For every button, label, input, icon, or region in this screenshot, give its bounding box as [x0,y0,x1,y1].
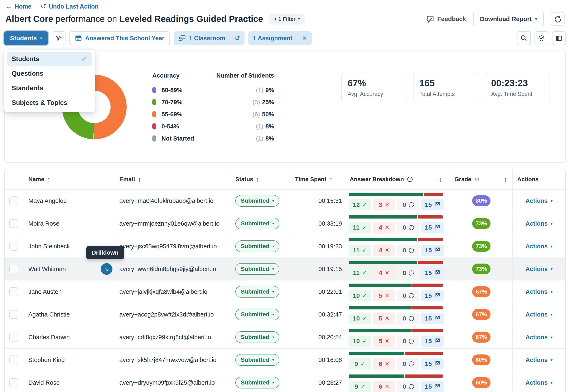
unanswered-count: 0 [403,224,406,231]
time-spent-value: 00:22:01 [318,288,342,295]
row-checkbox[interactable] [9,287,18,296]
answer-bar [349,306,443,309]
correct-count-pill: 11✓ [349,267,371,279]
row-checkbox[interactable] [9,333,18,342]
row-checkbox[interactable] [9,310,18,319]
view-selector-button[interactable]: Students ▾ [4,31,48,45]
drilldown-button[interactable]: ↘ [101,263,113,275]
student-email: avery+jalvjkjxqfa8wlb4@albert.io [119,288,207,295]
table-row[interactable]: Charles Darwin avery+cdf8qxz99kfrg8cf@al… [5,326,565,349]
actions-button[interactable]: Actions ▾ [526,220,553,227]
status-badge[interactable]: Submitted ▾ [235,218,279,229]
extra-filter-badge[interactable]: + 1 Filter ▾ [269,14,305,25]
status-badge[interactable]: Submitted ▾ [235,286,279,297]
actions-button[interactable]: Actions ▾ [526,266,553,273]
answer-pills: 11✓ 4✕ 0 15 [349,267,444,279]
view-selector-menu-item[interactable]: Subjects & Topics [7,96,92,110]
drilldown-arrow-icon: ↘ [104,266,109,273]
table-row[interactable]: Stephen King avery+sk5h7j847hrwxvow@albe… [5,349,565,371]
sort-desc-icon: ↓ [439,176,442,183]
status-badge[interactable]: Submitted ▾ [235,263,279,275]
table-row[interactable]: Walt Whitman ↘ avery+wwn6idm8phgs9jiy@al… [5,258,565,280]
x-icon: ✕ [385,270,389,276]
columns-button[interactable] [552,31,566,45]
row-checkbox[interactable] [9,355,18,364]
actions-button[interactable]: Actions ▾ [526,334,553,341]
actions-label: Actions [526,197,548,204]
actions-button[interactable]: Actions ▾ [526,243,553,250]
name-column-header[interactable]: Name ↑ [23,169,115,189]
checkbox-cell [5,280,23,303]
unanswered-icon [409,361,414,366]
view-selector-menu-item[interactable]: Questions [7,67,92,81]
actions-label: Actions [526,288,548,295]
incorrect-count-pill: 5✕ [373,290,395,301]
table-row[interactable]: David Rose avery+dryuym09fpxk9f25@albert… [5,371,565,392]
x-icon: ✕ [385,315,389,322]
status-badge[interactable]: Submitted ▾ [235,308,279,320]
checkbox-cell [5,303,23,326]
row-checkbox[interactable] [9,196,18,205]
filter-funnel-button[interactable] [52,31,66,45]
actions-cell: Actions ▾ [513,212,565,235]
status-badge[interactable]: Submitted ▾ [235,354,279,366]
search-button[interactable] [517,31,531,45]
time-check-button[interactable] [535,31,548,45]
status-badge[interactable]: Submitted ▾ [235,195,279,207]
undo-link[interactable]: ↺ Undo Last Action [41,2,99,10]
total-count: 15 [425,383,432,390]
filter-bar: Students ▾ Answered This School Year 1 C… [4,31,566,45]
view-selector-menu-item[interactable]: Students ✓ [7,52,92,66]
actions-button[interactable]: Actions ▾ [526,379,553,386]
legend-percent: 25% [262,99,274,106]
download-report-button[interactable]: Download Report ▾ [473,12,544,26]
assignment-filter-clear[interactable]: ✕ [297,31,312,45]
actions-button[interactable]: Actions ▾ [526,197,553,204]
stat-label: Total Attempts [419,91,472,97]
answer-pills: 9✓ 6✕ 0 15 [349,381,444,392]
row-checkbox[interactable] [9,378,18,387]
grade-pill: 73% [472,264,490,274]
table-row[interactable]: Jane Austen avery+jalvjkjxqfa8wlb4@alber… [5,280,565,303]
table-row[interactable]: Maya Angelou avery+ma0j4efuklrubaop@albe… [5,190,565,212]
email-column-header[interactable]: Email ↑ [115,169,231,189]
row-checkbox[interactable] [9,242,18,251]
feedback-button[interactable]: Feedback [426,15,466,23]
sort-asc-icon: ↑ [329,176,332,183]
status-badge[interactable]: Submitted ▾ [235,377,279,389]
row-checkbox[interactable] [9,219,18,228]
view-selector-menu-item[interactable]: Standards [7,81,92,95]
caret-down-icon: ▾ [272,380,274,385]
actions-label: Actions [526,220,548,227]
unanswered-count: 0 [403,247,406,254]
date-filter-button[interactable]: Answered This School Year [69,31,170,45]
assignment-filter-label: 1 Assignment [253,35,292,42]
unanswered-icon [409,225,414,230]
classroom-filter-reset[interactable]: ↺ [230,31,244,45]
grade-column-header[interactable]: Grade ⚙ ↑ [450,169,513,189]
actions-button[interactable]: Actions ▾ [526,357,553,364]
answer-breakdown-column-header[interactable]: Answer Breakdown ↓ [345,169,450,189]
stat-card: 165 Total Attempts [413,73,478,101]
unanswered-icon [409,248,414,253]
grade-pill: 60% [472,377,490,388]
time-column-header[interactable]: Time Spent ↑ [291,169,345,189]
assignment-filter[interactable]: 1 Assignment [248,31,297,45]
status-badge[interactable]: Submitted ▾ [235,331,279,343]
status-badge[interactable]: Submitted ▾ [235,240,279,252]
total-count: 15 [425,247,432,254]
actions-cell: Actions ▾ [513,371,565,392]
status-column-header[interactable]: Status ↑ [231,169,291,189]
row-checkbox[interactable] [9,265,18,273]
caret-down-icon: ▾ [551,267,553,271]
actions-button[interactable]: Actions ▾ [526,288,553,295]
table-row[interactable]: Moira Rose avery+mrmjoeznny01e6qw@albert… [5,212,565,235]
home-link[interactable]: ← Home [5,3,31,10]
actions-button[interactable]: Actions ▾ [526,311,553,318]
finish-flag-icon [434,338,440,344]
table-row[interactable]: Agatha Christie avery+acog2p8vwft2lx3d@a… [5,303,565,326]
refresh-button[interactable] [551,12,565,26]
correct-count: 11 [353,247,360,254]
classroom-filter[interactable]: 1 Classroom [174,31,230,45]
gear-icon[interactable]: ⚙ [474,176,480,183]
